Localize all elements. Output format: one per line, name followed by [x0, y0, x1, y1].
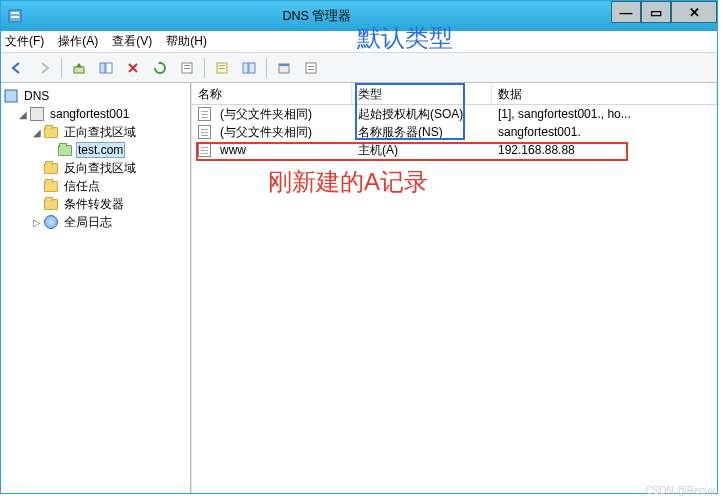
tree-label: sangfortest001: [48, 107, 131, 121]
content-area: DNS ◢ sangfortest001 ◢ 正向查找区域 test.com 反…: [1, 83, 717, 493]
refresh-button[interactable]: [148, 56, 172, 80]
title-bar: DNS 管理器 — ▭ ✕: [1, 1, 717, 31]
svg-rect-10: [219, 65, 225, 66]
properties-button[interactable]: [210, 56, 234, 80]
tree-reverse-zone[interactable]: 反向查找区域: [3, 159, 188, 177]
tree-zone-testcom[interactable]: test.com: [3, 141, 188, 159]
list-pane: 名称 类型 数据 (与父文件夹相同) 起始授权机构(SOA) [1], sang…: [191, 83, 717, 493]
svg-rect-19: [5, 90, 17, 102]
svg-rect-18: [308, 69, 314, 70]
globe-icon: [43, 214, 59, 230]
svg-rect-5: [106, 63, 112, 73]
record-icon: [196, 107, 212, 121]
tree-label: 正向查找区域: [62, 124, 138, 141]
cell-type: 主机(A): [352, 142, 492, 159]
tree-server[interactable]: ◢ sangfortest001: [3, 105, 188, 123]
svg-rect-11: [219, 68, 225, 69]
tree-label: 信任点: [62, 178, 102, 195]
list-row[interactable]: (与父文件夹相同) 起始授权机构(SOA) [1], sangfortest00…: [192, 105, 717, 123]
tree-label-selected: test.com: [76, 142, 125, 158]
col-header-name[interactable]: 名称: [192, 83, 352, 104]
menu-action[interactable]: 操作(A): [58, 33, 98, 50]
menu-bar: 文件(F) 操作(A) 查看(V) 帮助(H): [1, 31, 717, 53]
filter-button[interactable]: [237, 56, 261, 80]
show-hide-tree-button[interactable]: [94, 56, 118, 80]
tree-global-log[interactable]: ▷ 全局日志: [3, 213, 188, 231]
collapse-icon[interactable]: ◢: [17, 109, 29, 120]
close-button[interactable]: ✕: [671, 1, 717, 23]
cell-name: www: [214, 143, 352, 157]
separator-icon: [61, 58, 62, 78]
svg-rect-1: [11, 12, 19, 14]
forward-button[interactable]: [32, 56, 56, 80]
col-header-type[interactable]: 类型: [352, 83, 492, 104]
separator-icon: [204, 58, 205, 78]
toolbar: [1, 53, 717, 83]
cell-name: (与父文件夹相同): [214, 106, 352, 123]
new-record-button[interactable]: [272, 56, 296, 80]
collapse-icon[interactable]: ◢: [31, 127, 43, 138]
tree-forward-zone[interactable]: ◢ 正向查找区域: [3, 123, 188, 141]
cell-name: (与父文件夹相同): [214, 124, 352, 141]
export-button[interactable]: [175, 56, 199, 80]
cell-data: [1], sangfortest001., ho...: [492, 107, 717, 121]
up-button[interactable]: [67, 56, 91, 80]
folder-icon: [43, 160, 59, 176]
svg-rect-4: [100, 63, 105, 73]
cell-type: 名称服务器(NS): [352, 124, 492, 141]
record-icon: [196, 125, 212, 139]
cell-data: sangfortest001.: [492, 125, 717, 139]
tree-root-dns[interactable]: DNS: [3, 87, 188, 105]
folder-icon: [43, 196, 59, 212]
menu-view[interactable]: 查看(V): [112, 33, 152, 50]
tree-label: 反向查找区域: [62, 160, 138, 177]
window-title: DNS 管理器: [23, 8, 611, 25]
record-icon: [196, 143, 212, 157]
dns-icon: [3, 88, 19, 104]
server-icon: [29, 106, 45, 122]
delete-button[interactable]: [121, 56, 145, 80]
menu-file[interactable]: 文件(F): [5, 33, 44, 50]
svg-rect-12: [243, 63, 248, 73]
list-row[interactable]: www 主机(A) 192.168.88.88: [192, 141, 717, 159]
list-header: 名称 类型 数据: [192, 83, 717, 105]
tree-label: DNS: [22, 89, 51, 103]
watermark: CSDN @Reoyy: [645, 485, 715, 496]
svg-rect-15: [279, 64, 289, 66]
cell-data: 192.168.88.88: [492, 143, 717, 157]
list-row[interactable]: (与父文件夹相同) 名称服务器(NS) sangfortest001.: [192, 123, 717, 141]
tree-conditional-forwarders[interactable]: 条件转发器: [3, 195, 188, 213]
col-header-data[interactable]: 数据: [492, 83, 717, 104]
expand-icon[interactable]: ▷: [31, 217, 43, 228]
svg-rect-8: [184, 68, 190, 69]
folder-icon: [43, 124, 59, 140]
separator-icon: [266, 58, 267, 78]
back-button[interactable]: [5, 56, 29, 80]
folder-icon: [43, 178, 59, 194]
svg-rect-7: [184, 65, 190, 66]
help-button[interactable]: [299, 56, 323, 80]
svg-rect-16: [306, 63, 316, 73]
window-controls: — ▭ ✕: [611, 1, 717, 31]
tree-pane[interactable]: DNS ◢ sangfortest001 ◢ 正向查找区域 test.com 反…: [1, 83, 191, 493]
tree-label: 条件转发器: [62, 196, 126, 213]
svg-rect-17: [308, 66, 314, 67]
menu-help[interactable]: 帮助(H): [166, 33, 207, 50]
tree-label: 全局日志: [62, 214, 114, 231]
svg-rect-2: [11, 16, 19, 18]
app-icon: [7, 8, 23, 24]
svg-rect-13: [249, 63, 255, 73]
minimize-button[interactable]: —: [611, 1, 641, 23]
dns-manager-window: DNS 管理器 — ▭ ✕ 文件(F) 操作(A) 查看(V) 帮助(H): [0, 0, 718, 494]
svg-rect-3: [74, 67, 84, 73]
tree-trust-points[interactable]: 信任点: [3, 177, 188, 195]
maximize-button[interactable]: ▭: [641, 1, 671, 23]
cell-type: 起始授权机构(SOA): [352, 106, 492, 123]
folder-icon: [57, 142, 73, 158]
